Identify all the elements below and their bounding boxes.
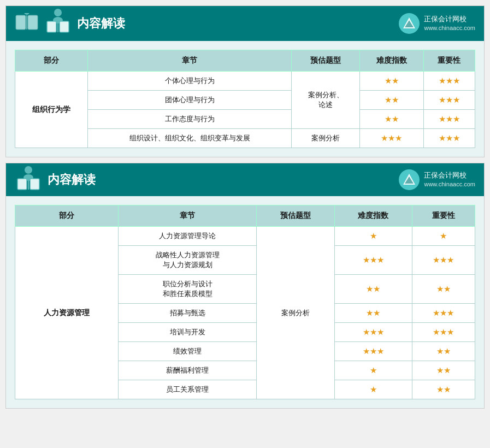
difficulty-cell: ★★ [334,304,412,323]
chapter-cell: 培训与开发 [119,323,257,342]
chapter-cell: 工作态度与行为 [87,110,292,129]
svg-rect-1 [28,15,38,30]
svg-rect-6 [47,21,56,32]
svg-rect-15 [30,179,39,190]
panel-1-header-left: 内容解读 [15,10,125,37]
chapter-cell: 绩效管理 [119,342,257,361]
importance-cell: ★★★ [412,246,475,275]
difficulty-cell: ★ [334,380,412,399]
difficulty-cell: ★★ [360,110,424,129]
logo-icon-1 [399,13,420,34]
panel-1-logo-text: 正保会计网校 www.chinaacc.com [424,14,475,33]
difficulty-cell: ★★ [360,91,424,110]
difficulty-cell: ★ [334,361,412,380]
col-header-type-2: 预估题型 [257,205,334,227]
chapter-cell: 团体心理与行为 [87,91,292,110]
type-cell: 案例分析、论述 [292,72,360,129]
panel-2-table: 部分 章节 预估题型 难度指数 重要性 人力资源管理 人力资源管理导论 案例分析… [15,205,475,399]
panel-2-body: 部分 章节 预估题型 难度指数 重要性 人力资源管理 人力资源管理导论 案例分析… [6,196,484,408]
table-row: 人力资源管理 人力资源管理导论 案例分析 ★ ★ [15,227,475,246]
chapter-cell: 组织设计、组织文化、组织变革与发展 [87,129,292,148]
col-header-part-1: 部分 [15,50,88,72]
importance-cell: ★★★ [423,72,475,91]
difficulty-cell: ★ [334,227,412,246]
book-icon [15,13,39,34]
col-header-importance-2: 重要性 [412,205,475,227]
difficulty-cell: ★★★ [334,246,412,275]
difficulty-cell: ★★★ [360,129,424,148]
chapter-cell: 人力资源管理导论 [119,227,257,246]
svg-rect-0 [16,15,26,30]
panel-1-title: 内容解读 [77,15,125,32]
col-header-difficulty-2: 难度指数 [334,205,412,227]
panel-1-table: 部分 章节 预估题型 难度指数 重要性 组织行为学 个体心理与行为 案例分析、论… [15,50,475,148]
svg-rect-14 [17,179,27,190]
person-book-icon-2 [15,166,42,192]
logo-icon-2 [399,169,420,190]
importance-cell: ★★★ [412,304,475,323]
importance-cell: ★★★ [423,129,475,148]
col-header-type-1: 预估题型 [292,50,360,72]
importance-cell: ★★ [412,275,475,304]
panel-1-header: 内容解读 正保会计网校 www.chinaacc.com [6,6,484,41]
chapter-cell: 战略性人力资源管理与人力资源规划 [119,246,257,275]
part-cell-1: 组织行为学 [15,72,88,148]
panel-2-header: 内容解读 正保会计网校 www.chinaacc.com [6,163,484,196]
col-header-chapter-1: 章节 [87,50,292,72]
part-cell-2: 人力资源管理 [15,227,119,399]
difficulty-cell: ★★ [334,275,412,304]
importance-cell: ★★ [412,342,475,361]
col-header-part-2: 部分 [15,205,119,227]
person-book-icon-1 [44,8,72,34]
col-header-importance-1: 重要性 [423,50,475,72]
panel-1: 内容解读 正保会计网校 www.chinaacc.com 部分 章节 预估题型 … [5,5,485,157]
svg-point-3 [24,13,29,15]
chapter-cell: 薪酬福利管理 [119,361,257,380]
chapter-cell: 个体心理与行为 [87,72,292,91]
col-header-chapter-2: 章节 [119,205,257,227]
difficulty-cell: ★★★ [334,323,412,342]
difficulty-cell: ★★★ [334,342,412,361]
panel-2: 内容解读 正保会计网校 www.chinaacc.com 部分 章节 预估题型 … [5,163,485,409]
type-cell: 案例分析 [257,227,334,399]
type-cell: 案例分析 [292,129,360,148]
importance-cell: ★★★ [412,323,475,342]
panel-1-logo: 正保会计网校 www.chinaacc.com [399,13,475,34]
importance-cell: ★★★ [423,91,475,110]
panel-2-header-left: 内容解读 [15,168,96,192]
svg-point-4 [54,9,62,16]
importance-cell: ★★ [412,380,475,399]
importance-cell: ★★★ [423,110,475,129]
col-header-difficulty-1: 难度指数 [360,50,424,72]
chapter-cell: 员工关系管理 [119,380,257,399]
table-row: 组织行为学 个体心理与行为 案例分析、论述 ★★ ★★★ [15,72,475,91]
panel-2-logo: 正保会计网校 www.chinaacc.com [399,169,475,190]
importance-cell: ★ [412,227,475,246]
panel-2-title: 内容解读 [48,172,96,188]
svg-point-12 [25,166,32,174]
chapter-cell: 职位分析与设计和胜任素质模型 [119,275,257,304]
panel-1-body: 部分 章节 预估题型 难度指数 重要性 组织行为学 个体心理与行为 案例分析、论… [6,41,484,157]
svg-rect-7 [60,21,69,32]
importance-cell: ★★ [412,361,475,380]
difficulty-cell: ★★ [360,72,424,91]
chapter-cell: 招募与甄选 [119,304,257,323]
panel-2-logo-text: 正保会计网校 www.chinaacc.com [424,170,475,189]
